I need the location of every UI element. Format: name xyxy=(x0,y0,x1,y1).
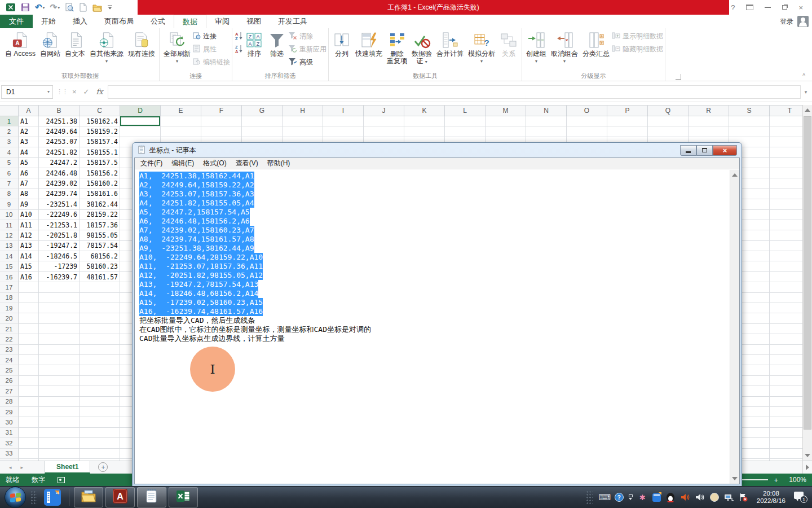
cell[interactable]: A8 xyxy=(19,189,39,199)
redo-icon[interactable]: ↷▾ xyxy=(50,2,60,12)
cell[interactable] xyxy=(770,220,802,230)
row-header[interactable]: 32 xyxy=(0,438,19,448)
cell[interactable]: A3 xyxy=(19,137,39,147)
edit-links-button[interactable]: 编辑链接 xyxy=(193,56,230,68)
cell[interactable] xyxy=(80,376,120,386)
subtotal-button[interactable]: 分类汇总 xyxy=(580,29,612,59)
notepad-minimize-button[interactable] xyxy=(680,145,696,156)
cell[interactable]: 48161.57 xyxy=(80,272,120,282)
cell[interactable] xyxy=(80,417,120,427)
qq-icon[interactable] xyxy=(666,493,676,502)
red-speaker-icon[interactable] xyxy=(681,493,690,502)
cell[interactable]: 158155.1 xyxy=(80,147,120,157)
cell[interactable] xyxy=(770,199,802,209)
media-tray-icon[interactable] xyxy=(652,493,661,502)
cell[interactable] xyxy=(201,116,242,126)
cell[interactable] xyxy=(242,126,283,137)
message-notification-icon[interactable]: 1 xyxy=(794,492,807,503)
row-header[interactable]: 18 xyxy=(0,293,19,303)
cell[interactable] xyxy=(161,116,201,126)
cell[interactable] xyxy=(486,126,526,137)
taskbar-autocad-button[interactable]: A xyxy=(105,487,135,507)
cell[interactable] xyxy=(19,345,39,355)
cell[interactable] xyxy=(19,282,39,292)
cell[interactable]: 158159.2 xyxy=(80,126,120,137)
zoom-level[interactable]: 100% xyxy=(783,476,806,484)
save-icon[interactable] xyxy=(21,3,30,12)
formula-grip-icon[interactable]: ⋮⋮ xyxy=(53,88,71,95)
notepad-text-area[interactable]: A1, 24251.38,158162.44,A1A2, 24249.64,15… xyxy=(135,170,729,484)
cell[interactable]: A6 xyxy=(19,168,39,178)
column-header[interactable]: K xyxy=(404,106,445,116)
cell[interactable] xyxy=(689,126,729,137)
cell[interactable]: 158156.2 xyxy=(80,168,120,178)
cell[interactable] xyxy=(770,261,802,271)
undo-icon[interactable]: ↶▾ xyxy=(35,2,45,12)
from-web-button[interactable]: 自网站 xyxy=(38,29,63,59)
cell[interactable] xyxy=(526,116,567,126)
cell[interactable] xyxy=(770,251,802,261)
remove-duplicates-button[interactable]: 删除 重复项 xyxy=(385,29,409,66)
cell[interactable]: 158157.4 xyxy=(80,137,120,147)
cell[interactable] xyxy=(120,126,161,137)
cell[interactable] xyxy=(770,449,802,459)
notepad-menu-item[interactable]: 编辑(E) xyxy=(167,159,198,168)
media-player-pinned-icon[interactable]: 16 xyxy=(44,489,61,506)
open-folder-icon[interactable] xyxy=(92,3,102,12)
row-header[interactable]: 1 xyxy=(0,116,19,126)
row-header[interactable]: 23 xyxy=(0,345,19,355)
cell[interactable] xyxy=(770,178,802,189)
cell[interactable]: 98155.05 xyxy=(80,230,120,240)
column-header[interactable]: O xyxy=(567,106,607,116)
cell[interactable] xyxy=(648,116,689,126)
cell[interactable]: 68156.2 xyxy=(80,251,120,261)
cell[interactable] xyxy=(770,386,802,396)
cell[interactable]: A16 xyxy=(19,272,39,282)
cell[interactable] xyxy=(39,407,80,417)
cell[interactable] xyxy=(364,126,404,137)
cell[interactable]: A1 xyxy=(19,116,39,126)
cell[interactable] xyxy=(80,293,120,303)
cell[interactable] xyxy=(770,272,802,282)
cell[interactable] xyxy=(445,116,486,126)
cell[interactable] xyxy=(19,293,39,303)
sort-button[interactable]: ZAAZ 排序 xyxy=(243,29,266,59)
column-header[interactable]: C xyxy=(80,106,120,116)
cell[interactable] xyxy=(19,355,39,365)
flower-app-icon[interactable]: ✱ xyxy=(638,493,647,502)
taskbar-explorer-button[interactable] xyxy=(74,487,103,507)
cell[interactable] xyxy=(770,210,802,220)
row-header[interactable]: 6 xyxy=(0,168,19,178)
relationships-button[interactable]: 关系 xyxy=(497,29,520,59)
column-header[interactable]: M xyxy=(486,106,526,116)
row-header[interactable]: 30 xyxy=(0,417,19,427)
from-access-button[interactable]: A 自 Access xyxy=(3,29,38,59)
cell[interactable] xyxy=(567,126,607,137)
cell[interactable] xyxy=(39,355,80,365)
scroll-right-button[interactable] xyxy=(802,461,812,474)
column-header[interactable]: G xyxy=(242,106,283,116)
column-header[interactable]: J xyxy=(364,106,404,116)
cell[interactable] xyxy=(39,365,80,375)
help-tray-icon[interactable]: ? xyxy=(615,493,624,502)
cell[interactable] xyxy=(689,116,729,126)
cell[interactable]: A12 xyxy=(19,230,39,240)
notepad-scrollbar[interactable] xyxy=(730,170,739,484)
cell[interactable]: -16239.7 xyxy=(39,272,80,282)
cell[interactable] xyxy=(39,417,80,427)
column-header[interactable]: P xyxy=(607,106,648,116)
minimize-icon[interactable] xyxy=(765,7,771,8)
network-icon[interactable] xyxy=(724,493,734,502)
cell[interactable]: 158157.5 xyxy=(80,158,120,168)
column-header[interactable]: A xyxy=(19,106,39,116)
cell[interactable] xyxy=(404,126,445,137)
column-header[interactable]: T xyxy=(770,106,802,116)
user-avatar-tray-icon[interactable] xyxy=(710,493,719,502)
cell[interactable]: 24249.64 xyxy=(39,126,80,137)
cell[interactable] xyxy=(39,334,80,344)
cell[interactable]: -20251.8 xyxy=(39,230,80,240)
cell[interactable] xyxy=(39,345,80,355)
column-header[interactable]: S xyxy=(729,106,770,116)
keyboard-icon[interactable]: ⌨ xyxy=(600,493,610,502)
cell[interactable] xyxy=(283,116,323,126)
